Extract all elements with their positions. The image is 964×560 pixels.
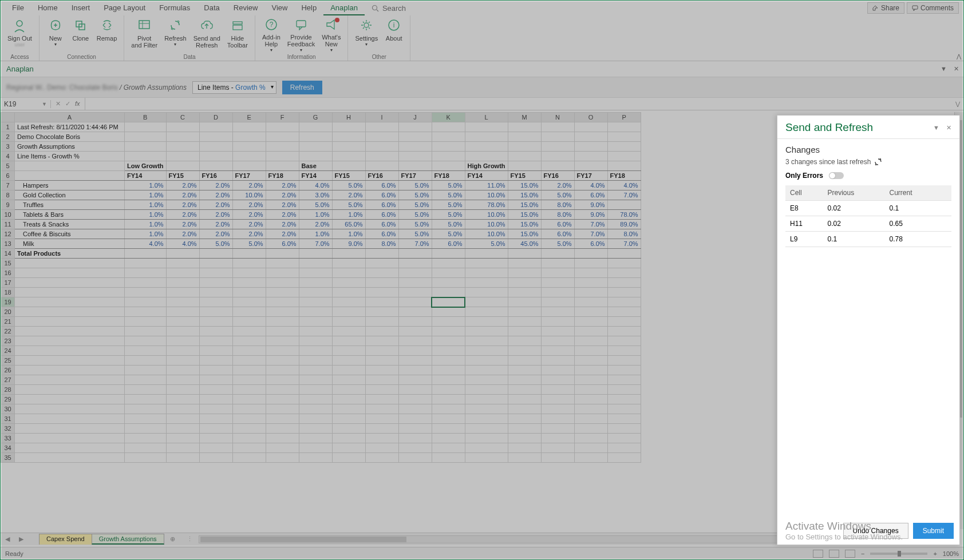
row-header-17[interactable]: 17	[1, 278, 15, 288]
cell[interactable]	[508, 336, 541, 346]
change-row[interactable]: H110.020.65	[785, 216, 951, 232]
data-cell[interactable]: 7.0%	[574, 229, 607, 239]
data-cell[interactable]: 6.0%	[541, 220, 574, 229]
cell[interactable]	[299, 366, 332, 375]
cell[interactable]	[199, 268, 232, 278]
data-cell[interactable]: 45.0%	[508, 239, 541, 249]
cell[interactable]	[607, 327, 641, 336]
row-header-23[interactable]: 23	[1, 336, 15, 346]
panel-menu-icon[interactable]: ▼	[933, 124, 939, 132]
cell[interactable]	[299, 317, 332, 327]
data-cell[interactable]: 2.0%	[199, 181, 232, 190]
cell[interactable]	[299, 288, 332, 297]
search-box[interactable]: Search	[372, 4, 406, 13]
cell[interactable]	[541, 288, 574, 297]
cell[interactable]	[232, 366, 266, 375]
cell[interactable]	[465, 259, 508, 268]
cell[interactable]	[199, 327, 232, 336]
cell[interactable]	[365, 434, 398, 443]
cell[interactable]	[607, 385, 641, 395]
cell[interactable]	[125, 453, 167, 463]
data-cell[interactable]: 15.0%	[508, 181, 541, 190]
cell[interactable]	[398, 414, 432, 424]
row-header-13[interactable]: 13	[1, 239, 15, 249]
row-header-7[interactable]: 7	[1, 181, 15, 190]
cell[interactable]	[398, 443, 432, 453]
data-cell[interactable]: 8.0%	[365, 239, 398, 249]
cell[interactable]	[508, 453, 541, 463]
refresh-icon[interactable]	[874, 158, 882, 166]
cell[interactable]	[432, 268, 465, 278]
cell[interactable]	[365, 346, 398, 356]
cell[interactable]	[166, 297, 199, 307]
data-cell[interactable]: 5.0%	[541, 239, 574, 249]
col-header-F[interactable]: F	[266, 113, 299, 122]
cell[interactable]	[508, 317, 541, 327]
cell[interactable]	[15, 424, 125, 434]
product-label[interactable]: Hampers	[15, 181, 125, 190]
cell[interactable]	[232, 414, 266, 424]
cell[interactable]	[266, 395, 299, 404]
data-cell[interactable]: 2.0%	[266, 181, 299, 190]
cell[interactable]	[232, 317, 266, 327]
cell[interactable]	[607, 424, 641, 434]
col-header-D[interactable]: D	[199, 113, 232, 122]
cell[interactable]	[332, 317, 365, 327]
data-cell[interactable]: 5.0%	[432, 190, 465, 200]
cell[interactable]	[508, 327, 541, 336]
cell[interactable]	[365, 375, 398, 385]
data-cell[interactable]: 2.0%	[166, 181, 199, 190]
cell[interactable]	[232, 336, 266, 346]
product-label[interactable]: Gold Collection	[15, 190, 125, 200]
cell[interactable]	[574, 346, 607, 356]
row-header-21[interactable]: 21	[1, 317, 15, 327]
cell[interactable]	[266, 268, 299, 278]
cell[interactable]	[607, 375, 641, 385]
cell[interactable]	[508, 404, 541, 414]
cell[interactable]	[574, 424, 607, 434]
cell[interactable]	[465, 453, 508, 463]
cell[interactable]	[15, 395, 125, 404]
cell[interactable]	[299, 336, 332, 346]
cell[interactable]	[365, 259, 398, 268]
cell[interactable]	[125, 307, 167, 317]
data-cell[interactable]: 15.0%	[508, 190, 541, 200]
data-cell[interactable]: 78.0%	[465, 200, 508, 210]
data-cell[interactable]: 2.0%	[199, 229, 232, 239]
data-cell[interactable]: 15.0%	[508, 220, 541, 229]
cell[interactable]	[299, 307, 332, 317]
cell[interactable]	[465, 366, 508, 375]
cell[interactable]	[365, 443, 398, 453]
col-header-M[interactable]: M	[508, 113, 541, 122]
only-errors-toggle[interactable]: Only Errors	[785, 172, 951, 180]
data-cell[interactable]: 4.0%	[574, 181, 607, 190]
zoom-level[interactable]: 100%	[943, 550, 959, 557]
cell[interactable]	[465, 297, 508, 307]
cell[interactable]	[465, 385, 508, 395]
cell[interactable]	[15, 453, 125, 463]
cell[interactable]	[332, 307, 365, 317]
name-box[interactable]: K19▼	[1, 100, 51, 108]
cell[interactable]	[432, 375, 465, 385]
cell[interactable]	[299, 268, 332, 278]
cell[interactable]	[607, 356, 641, 366]
refresh-button[interactable]: Refresh	[282, 81, 322, 94]
cell[interactable]	[125, 288, 167, 297]
data-cell[interactable]: 2.0%	[266, 210, 299, 220]
pivot-filter-button[interactable]: Pivot and Filter	[128, 17, 161, 53]
settings-button[interactable]: Settings▾	[351, 17, 381, 53]
cell[interactable]	[607, 278, 641, 288]
row-header-2[interactable]: 2	[1, 132, 15, 142]
view-pagebreak-icon[interactable]	[845, 550, 855, 558]
col-header-H[interactable]: H	[332, 113, 365, 122]
data-cell[interactable]: 1.0%	[332, 229, 365, 239]
product-label[interactable]: Truffles	[15, 200, 125, 210]
cell[interactable]	[432, 424, 465, 434]
cell[interactable]	[232, 434, 266, 443]
row-header-32[interactable]: 32	[1, 424, 15, 434]
cell[interactable]	[574, 356, 607, 366]
cell[interactable]	[299, 443, 332, 453]
cell[interactable]	[15, 346, 125, 356]
product-label[interactable]: Treats & Snacks	[15, 220, 125, 229]
cell[interactable]	[299, 453, 332, 463]
